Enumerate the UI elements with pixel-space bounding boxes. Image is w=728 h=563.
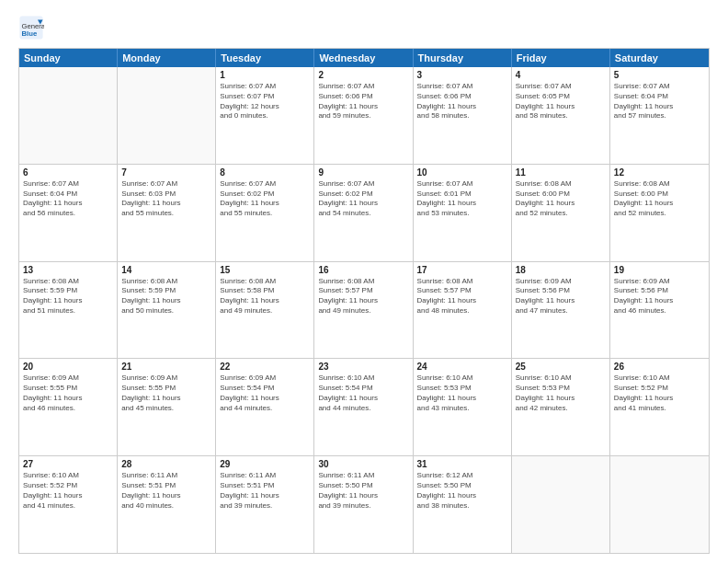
day-cell-14: 14Sunrise: 6:08 AM Sunset: 5:59 PM Dayli… [118, 262, 216, 359]
day-number: 21 [121, 362, 211, 372]
week-row-3: 13Sunrise: 6:08 AM Sunset: 5:59 PM Dayli… [19, 262, 709, 360]
day-cell-18: 18Sunrise: 6:09 AM Sunset: 5:56 PM Dayli… [512, 262, 610, 359]
day-cell-12: 12Sunrise: 6:08 AM Sunset: 6:00 PM Dayli… [610, 165, 709, 261]
day-info: Sunrise: 6:07 AM Sunset: 6:06 PM Dayligh… [318, 82, 408, 121]
day-info: Sunrise: 6:10 AM Sunset: 5:53 PM Dayligh… [516, 373, 606, 413]
day-info: Sunrise: 6:11 AM Sunset: 5:51 PM Dayligh… [121, 471, 211, 511]
empty-cell [610, 456, 709, 553]
day-number: 24 [417, 362, 507, 372]
day-info: Sunrise: 6:08 AM Sunset: 5:59 PM Dayligh… [121, 277, 211, 316]
empty-cell [512, 456, 610, 553]
day-info: Sunrise: 6:10 AM Sunset: 5:54 PM Dayligh… [318, 373, 408, 413]
logo-icon: General Blue [18, 15, 44, 40]
day-info: Sunrise: 6:07 AM Sunset: 6:07 PM Dayligh… [220, 82, 310, 121]
empty-cell [118, 67, 216, 164]
day-cell-13: 13Sunrise: 6:08 AM Sunset: 5:59 PM Dayli… [19, 262, 118, 359]
day-number: 26 [614, 362, 705, 372]
day-info: Sunrise: 6:08 AM Sunset: 5:57 PM Dayligh… [417, 277, 507, 316]
weekday-header-wednesday: Wednesday [314, 49, 413, 67]
day-cell-26: 26Sunrise: 6:10 AM Sunset: 5:52 PM Dayli… [610, 359, 709, 455]
day-cell-16: 16Sunrise: 6:08 AM Sunset: 5:57 PM Dayli… [314, 262, 413, 359]
week-row-1: 1Sunrise: 6:07 AM Sunset: 6:07 PM Daylig… [19, 67, 709, 165]
day-number: 27 [23, 459, 113, 469]
day-number: 19 [614, 265, 705, 275]
day-info: Sunrise: 6:07 AM Sunset: 6:03 PM Dayligh… [121, 179, 211, 219]
day-info: Sunrise: 6:07 AM Sunset: 6:04 PM Dayligh… [614, 82, 705, 121]
day-number: 14 [121, 265, 211, 275]
day-cell-15: 15Sunrise: 6:08 AM Sunset: 5:58 PM Dayli… [216, 262, 314, 359]
weekday-header-saturday: Saturday [610, 49, 709, 67]
day-info: Sunrise: 6:09 AM Sunset: 5:55 PM Dayligh… [121, 373, 211, 413]
day-number: 13 [23, 265, 113, 275]
day-info: Sunrise: 6:09 AM Sunset: 5:56 PM Dayligh… [614, 277, 705, 316]
day-cell-28: 28Sunrise: 6:11 AM Sunset: 5:51 PM Dayli… [118, 456, 216, 553]
day-number: 6 [23, 167, 113, 178]
day-info: Sunrise: 6:09 AM Sunset: 5:54 PM Dayligh… [220, 373, 310, 413]
day-cell-3: 3Sunrise: 6:07 AM Sunset: 6:06 PM Daylig… [414, 67, 512, 164]
day-cell-24: 24Sunrise: 6:10 AM Sunset: 5:53 PM Dayli… [414, 359, 512, 455]
logo: General Blue [18, 15, 48, 40]
day-number: 10 [417, 167, 507, 178]
day-number: 23 [318, 362, 408, 372]
day-cell-2: 2Sunrise: 6:07 AM Sunset: 6:06 PM Daylig… [314, 67, 413, 164]
day-cell-22: 22Sunrise: 6:09 AM Sunset: 5:54 PM Dayli… [216, 359, 314, 455]
day-info: Sunrise: 6:09 AM Sunset: 5:56 PM Dayligh… [516, 277, 606, 316]
day-number: 7 [121, 167, 211, 178]
day-number: 2 [318, 70, 408, 80]
day-info: Sunrise: 6:07 AM Sunset: 6:05 PM Dayligh… [516, 82, 606, 121]
day-cell-30: 30Sunrise: 6:11 AM Sunset: 5:50 PM Dayli… [314, 456, 413, 553]
day-number: 9 [318, 167, 408, 178]
day-number: 3 [417, 70, 507, 80]
day-number: 15 [220, 265, 310, 275]
day-cell-27: 27Sunrise: 6:10 AM Sunset: 5:52 PM Dayli… [19, 456, 118, 553]
day-cell-23: 23Sunrise: 6:10 AM Sunset: 5:54 PM Dayli… [314, 359, 413, 455]
day-cell-1: 1Sunrise: 6:07 AM Sunset: 6:07 PM Daylig… [216, 67, 314, 164]
day-info: Sunrise: 6:08 AM Sunset: 6:00 PM Dayligh… [614, 179, 705, 219]
day-number: 30 [318, 459, 408, 469]
day-info: Sunrise: 6:09 AM Sunset: 5:55 PM Dayligh… [23, 373, 113, 413]
day-cell-7: 7Sunrise: 6:07 AM Sunset: 6:03 PM Daylig… [118, 165, 216, 261]
day-number: 29 [220, 459, 310, 469]
day-info: Sunrise: 6:07 AM Sunset: 6:02 PM Dayligh… [220, 179, 310, 219]
day-cell-10: 10Sunrise: 6:07 AM Sunset: 6:01 PM Dayli… [414, 165, 512, 261]
day-info: Sunrise: 6:12 AM Sunset: 5:50 PM Dayligh… [417, 471, 507, 511]
day-cell-4: 4Sunrise: 6:07 AM Sunset: 6:05 PM Daylig… [512, 67, 610, 164]
day-number: 5 [614, 70, 705, 80]
weekday-header-sunday: Sunday [19, 49, 118, 67]
svg-text:Blue: Blue [22, 29, 38, 38]
day-cell-25: 25Sunrise: 6:10 AM Sunset: 5:53 PM Dayli… [512, 359, 610, 455]
day-info: Sunrise: 6:11 AM Sunset: 5:50 PM Dayligh… [318, 471, 408, 511]
header: General Blue [18, 15, 710, 40]
week-row-4: 20Sunrise: 6:09 AM Sunset: 5:55 PM Dayli… [19, 359, 709, 456]
day-number: 16 [318, 265, 408, 275]
empty-cell [19, 67, 118, 164]
day-info: Sunrise: 6:11 AM Sunset: 5:51 PM Dayligh… [220, 471, 310, 511]
day-number: 22 [220, 362, 310, 372]
day-info: Sunrise: 6:08 AM Sunset: 6:00 PM Dayligh… [516, 179, 606, 219]
day-info: Sunrise: 6:10 AM Sunset: 5:52 PM Dayligh… [23, 471, 113, 511]
day-cell-19: 19Sunrise: 6:09 AM Sunset: 5:56 PM Dayli… [610, 262, 709, 359]
day-info: Sunrise: 6:07 AM Sunset: 6:04 PM Dayligh… [23, 179, 113, 219]
day-number: 4 [516, 70, 606, 80]
day-info: Sunrise: 6:10 AM Sunset: 5:53 PM Dayligh… [417, 373, 507, 413]
calendar: SundayMondayTuesdayWednesdayThursdayFrid… [18, 48, 710, 554]
day-cell-5: 5Sunrise: 6:07 AM Sunset: 6:04 PM Daylig… [610, 67, 709, 164]
day-number: 17 [417, 265, 507, 275]
day-cell-6: 6Sunrise: 6:07 AM Sunset: 6:04 PM Daylig… [19, 165, 118, 261]
day-cell-9: 9Sunrise: 6:07 AM Sunset: 6:02 PM Daylig… [314, 165, 413, 261]
day-cell-11: 11Sunrise: 6:08 AM Sunset: 6:00 PM Dayli… [512, 165, 610, 261]
day-info: Sunrise: 6:08 AM Sunset: 5:59 PM Dayligh… [23, 277, 113, 316]
day-number: 18 [516, 265, 606, 275]
day-cell-31: 31Sunrise: 6:12 AM Sunset: 5:50 PM Dayli… [414, 456, 512, 553]
day-info: Sunrise: 6:07 AM Sunset: 6:06 PM Dayligh… [417, 82, 507, 121]
day-number: 25 [516, 362, 606, 372]
calendar-body: 1Sunrise: 6:07 AM Sunset: 6:07 PM Daylig… [19, 67, 709, 553]
day-cell-21: 21Sunrise: 6:09 AM Sunset: 5:55 PM Dayli… [118, 359, 216, 455]
calendar-header: SundayMondayTuesdayWednesdayThursdayFrid… [19, 49, 709, 67]
day-info: Sunrise: 6:07 AM Sunset: 6:02 PM Dayligh… [318, 179, 408, 219]
day-number: 20 [23, 362, 113, 372]
day-cell-29: 29Sunrise: 6:11 AM Sunset: 5:51 PM Dayli… [216, 456, 314, 553]
weekday-header-friday: Friday [512, 49, 610, 67]
weekday-header-monday: Monday [118, 49, 216, 67]
day-number: 28 [121, 459, 211, 469]
